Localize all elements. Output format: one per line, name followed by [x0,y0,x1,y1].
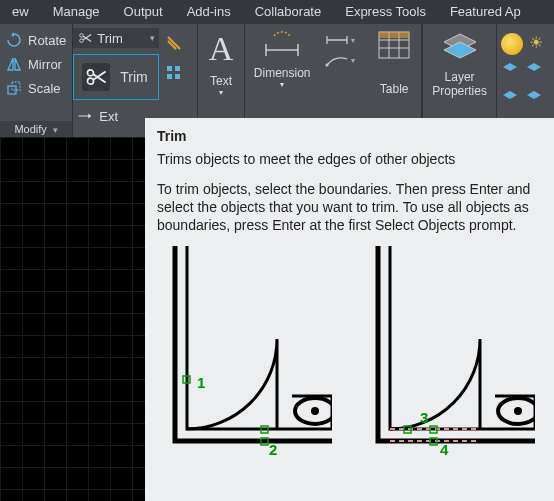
callout-1: 1 [197,374,205,391]
trim-dropdown-item[interactable]: Trim [73,54,159,100]
menu-view[interactable]: ew [0,0,41,24]
tooltip-body: To trim objects, select the boundaries. … [157,180,542,234]
callout-3: 3 [420,409,428,426]
draworder-button[interactable] [159,30,197,60]
mirror-label: Mirror [28,57,62,72]
linear-icon [325,33,349,47]
layer-stack-icon[interactable] [525,61,543,83]
rotate-icon [6,32,22,48]
leader-button[interactable]: ▾ [319,50,367,70]
rotate-button[interactable]: Rotate [6,28,66,52]
callout-4: 4 [440,441,448,458]
svg-rect-7 [175,66,180,71]
layer-properties-button[interactable]: Layer Properties [423,30,495,98]
menubar: ew Manage Output Add-ins Collaborate Exp… [0,0,554,24]
scissors-icon [82,63,110,91]
mirror-button[interactable]: Mirror [6,52,66,76]
svg-point-14 [311,407,319,415]
array-button[interactable] [159,60,197,90]
trim-label: Trim [97,31,123,46]
menu-addins[interactable]: Add-ins [175,0,243,24]
table-icon [377,30,411,60]
svg-point-4 [88,70,94,76]
layers-icon [440,30,480,64]
svg-rect-8 [167,74,172,79]
text-icon: A [198,32,244,66]
scale-label: Scale [28,81,61,96]
extend-label: Ext [99,109,118,124]
svg-point-10 [326,64,329,67]
layer-stack-icon[interactable] [501,61,519,83]
tooltip-illustration: 1 2 3 4 [157,246,542,456]
mirror-icon [6,56,22,72]
svg-point-19 [514,407,522,415]
chevron-down-icon: ▾ [245,80,319,89]
extend-icon [77,108,93,124]
trim-split-button[interactable]: Trim ▾ [73,28,159,48]
menu-express-tools[interactable]: Express Tools [333,0,438,24]
svg-rect-6 [167,66,172,71]
menu-manage[interactable]: Manage [41,0,112,24]
tooltip-summary: Trims objects to meet the edges of other… [157,150,542,168]
menu-featured-apps[interactable]: Featured Ap [438,0,533,24]
svg-point-2 [80,34,84,38]
panel-modify: Rotate Mirror Scale Modify [0,24,73,137]
figure-after: 3 4 [360,246,535,456]
panel-title-modify[interactable]: Modify [0,121,72,137]
svg-point-3 [80,39,84,43]
menu-collaborate[interactable]: Collaborate [243,0,334,24]
dimension-icon [262,30,302,62]
tooltip-trim: Trim Trims objects to meet the edges of … [145,118,554,501]
scale-icon [6,80,22,96]
sun-icon[interactable]: ☀ [529,33,543,55]
scale-button[interactable]: Scale [6,76,66,100]
array-icon [165,64,183,82]
chevron-down-icon [51,123,58,135]
svg-rect-12 [379,32,409,38]
text-button[interactable]: A Text ▾ [198,32,244,97]
linear-dim-button[interactable]: ▾ [319,30,367,50]
dimension-button[interactable]: Dimension ▾ [245,30,319,89]
layer-stack-icon[interactable] [525,89,543,111]
lightbulb-icon[interactable] [501,33,523,55]
chevron-down-icon: ▾ [198,88,244,97]
tooltip-title: Trim [157,128,542,144]
callout-2: 2 [269,441,277,458]
chevron-down-icon: ▾ [150,33,155,43]
scissors-icon [77,30,93,46]
trim-dropdown-label: Trim [120,69,147,85]
svg-point-5 [88,78,94,84]
layer-stack-icon[interactable] [501,89,519,111]
draworder-icon [165,34,183,52]
rotate-label: Rotate [28,33,66,48]
leader-icon [325,53,349,67]
svg-rect-9 [175,74,180,79]
table-button[interactable]: Table [367,30,421,96]
figure-before: 1 2 [157,246,332,456]
menu-output[interactable]: Output [112,0,175,24]
